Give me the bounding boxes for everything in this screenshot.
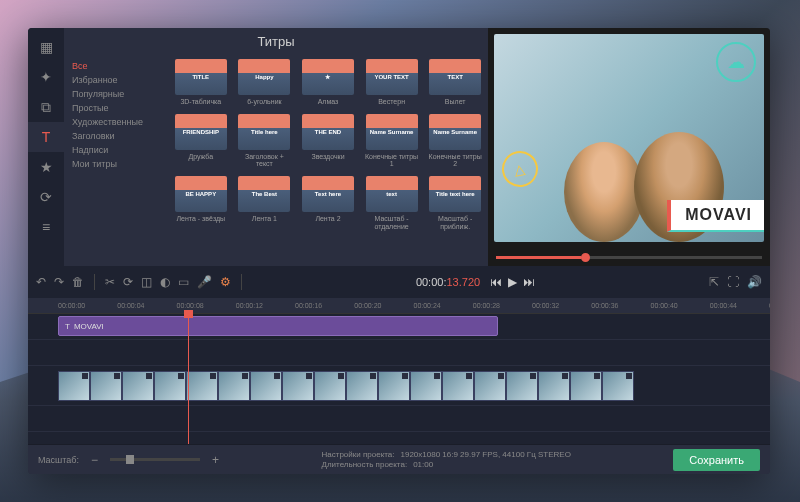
video-clip[interactable] <box>282 371 314 401</box>
ruler-tick: 00:00:44 <box>710 302 737 309</box>
title-tile[interactable]: YOUR TEXTВестерн <box>363 59 421 106</box>
title-tile[interactable]: Name SurnameКонечные титры 2 <box>426 114 484 168</box>
title-tile[interactable]: ★Алмаз <box>299 59 357 106</box>
ruler-tick: 00:00:12 <box>236 302 263 309</box>
title-tile[interactable]: TEXTВылет <box>426 59 484 106</box>
rotate-button[interactable]: ⟳ <box>123 275 133 289</box>
category-item[interactable]: Надписи <box>72 143 160 157</box>
media-icon: ▦ <box>40 39 53 55</box>
tile-thumb: FRIENDSHIP <box>175 114 227 150</box>
color-button[interactable]: ◐ <box>160 275 170 289</box>
title-clip[interactable]: TMOVAVI <box>58 316 498 336</box>
title-tile[interactable]: The BestЛента 1 <box>236 176 294 230</box>
rail-callouts[interactable]: ⟳ <box>28 182 64 212</box>
video-track[interactable] <box>28 366 770 406</box>
video-clip[interactable] <box>506 371 538 401</box>
rail-more[interactable]: ≡ <box>28 212 64 242</box>
zoom-handle[interactable] <box>126 455 134 464</box>
tile-name: Конечные титры 1 <box>363 153 421 168</box>
video-clip[interactable] <box>186 371 218 401</box>
zoom-in-button[interactable]: + <box>212 453 219 467</box>
category-item[interactable]: Заголовки <box>72 129 160 143</box>
title-tile[interactable]: textМасштаб - отдаление <box>363 176 421 230</box>
video-clip[interactable] <box>122 371 154 401</box>
video-clip[interactable] <box>538 371 570 401</box>
preview-viewport[interactable]: ☁ △ MOVAVI <box>494 34 764 242</box>
title-clip-label: MOVAVI <box>74 322 104 331</box>
tile-thumb: Name Surname <box>366 114 418 150</box>
share-button[interactable]: ⇱ <box>709 275 719 289</box>
title-tile[interactable]: FRIENDSHIPДружба <box>172 114 230 168</box>
video-clip[interactable] <box>90 371 122 401</box>
separator <box>94 274 95 290</box>
undo-button[interactable]: ↶ <box>36 275 46 289</box>
save-button[interactable]: Сохранить <box>673 449 760 471</box>
video-clip[interactable] <box>570 371 602 401</box>
ruler-tick: 00:00:20 <box>354 302 381 309</box>
category-item[interactable]: Простые <box>72 101 160 115</box>
settings-button[interactable]: ⚙ <box>220 275 231 289</box>
title-tile[interactable]: BE HAPPYЛента - звёзды <box>172 176 230 230</box>
video-clip[interactable] <box>410 371 442 401</box>
tile-thumb: Happy <box>238 59 290 95</box>
video-clip[interactable] <box>218 371 250 401</box>
video-clip[interactable] <box>378 371 410 401</box>
ruler-tick: 00:00:40 <box>651 302 678 309</box>
redo-button[interactable]: ↷ <box>54 275 64 289</box>
video-clip[interactable] <box>602 371 634 401</box>
time-ruler[interactable]: 00:00:0000:00:0400:00:0800:00:1200:00:16… <box>28 298 770 314</box>
tile-name: Масштаб - приближ. <box>426 215 484 230</box>
category-item[interactable]: Все <box>72 59 160 73</box>
crop-button[interactable]: ◫ <box>141 275 152 289</box>
title-tile[interactable]: Text hereЛента 2 <box>299 176 357 230</box>
video-clip[interactable] <box>250 371 282 401</box>
video-clip[interactable] <box>442 371 474 401</box>
callouts-icon: ⟳ <box>40 189 52 205</box>
fullscreen-button[interactable]: ⛶ <box>727 275 739 289</box>
ruler-tick: 00:00:28 <box>473 302 500 309</box>
rail-stickers[interactable]: ★ <box>28 152 64 182</box>
seek-handle[interactable] <box>581 253 590 262</box>
title-tile[interactable]: Title hereЗаголовок + текст <box>236 114 294 168</box>
cut-button[interactable]: ✂ <box>105 275 115 289</box>
audio-track[interactable] <box>28 406 770 432</box>
next-button[interactable]: ⏭ <box>523 275 535 289</box>
tile-thumb: text <box>366 176 418 212</box>
camp-sticker: △ <box>499 148 541 190</box>
video-clip[interactable] <box>346 371 378 401</box>
delete-button[interactable]: 🗑 <box>72 275 84 289</box>
video-clip[interactable] <box>154 371 186 401</box>
rail-media[interactable]: ▦ <box>28 32 64 62</box>
category-item[interactable]: Избранное <box>72 73 160 87</box>
category-item[interactable]: Мои титры <box>72 157 160 171</box>
title-tile[interactable]: Title text hereМасштаб - приближ. <box>426 176 484 230</box>
rail-effects[interactable]: ✦ <box>28 62 64 92</box>
playhead[interactable] <box>188 314 189 444</box>
category-item[interactable]: Популярные <box>72 87 160 101</box>
title-track[interactable]: TMOVAVI <box>28 314 770 340</box>
mic-button[interactable]: 🎤 <box>197 275 212 289</box>
seek-area <box>488 248 770 266</box>
video-clip[interactable] <box>58 371 90 401</box>
overlay-track[interactable] <box>28 340 770 366</box>
title-tile[interactable]: Happy6-угольник <box>236 59 294 106</box>
zoom-out-button[interactable]: − <box>91 453 98 467</box>
tile-name: Звездочки <box>311 153 344 161</box>
rail-titles[interactable]: T <box>28 122 64 152</box>
tile-name: Лента 1 <box>252 215 277 223</box>
picture-button[interactable]: ▭ <box>178 275 189 289</box>
tile-thumb-label: Happy <box>255 74 273 80</box>
title-tile[interactable]: THE ENDЗвездочки <box>299 114 357 168</box>
play-button[interactable]: ▶ <box>508 275 517 289</box>
zoom-slider[interactable] <box>110 458 200 461</box>
title-tile[interactable]: Name SurnameКонечные титры 1 <box>363 114 421 168</box>
volume-button[interactable]: 🔊 <box>747 275 762 289</box>
seek-bar[interactable] <box>496 256 762 259</box>
video-clip[interactable] <box>474 371 506 401</box>
category-item[interactable]: Художественные <box>72 115 160 129</box>
balloon-sticker: ☁ <box>716 42 756 82</box>
video-clip[interactable] <box>314 371 346 401</box>
title-tile[interactable]: TITLE3D-табличка <box>172 59 230 106</box>
prev-button[interactable]: ⏮ <box>490 275 502 289</box>
rail-transitions[interactable]: ⧉ <box>28 92 64 122</box>
